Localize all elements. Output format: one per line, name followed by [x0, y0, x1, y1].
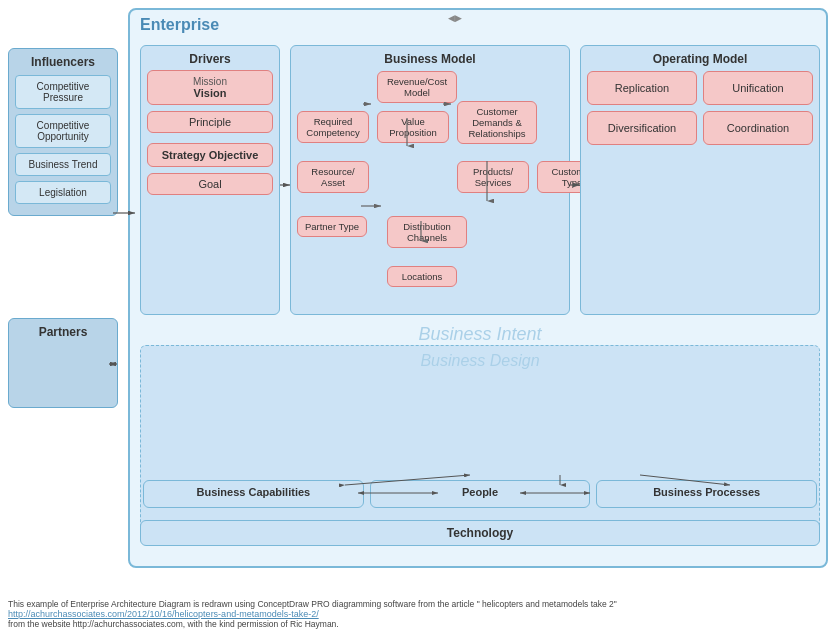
- influencer-competitive-opportunity: Competitive Opportunity: [15, 114, 111, 148]
- goal-box: Goal: [147, 173, 273, 195]
- influencer-competitive-pressure: Competitive Pressure: [15, 75, 111, 109]
- business-model-title: Business Model: [297, 52, 563, 66]
- strategy-box: Strategy Objective: [147, 143, 273, 167]
- main-container: Enterprise Drivers Mission Vision Princi…: [8, 8, 832, 588]
- business-intent-label: Business Intent: [130, 324, 830, 345]
- operating-model-title: Operating Model: [587, 52, 813, 66]
- vision-label: Vision: [153, 87, 267, 99]
- value-proposition-item: Value Proposition: [377, 111, 449, 143]
- mission-label: Mission: [153, 76, 267, 87]
- partners-panel: Partners: [8, 318, 118, 408]
- locations-item: Locations: [387, 266, 457, 287]
- required-competency-item: Required Competency: [297, 111, 369, 143]
- partner-type-item: Partner Type: [297, 216, 367, 237]
- influencers-arrow-svg: [113, 203, 138, 223]
- people-section: People: [370, 480, 591, 508]
- technology-bar: Technology: [140, 520, 820, 546]
- people-title: People: [376, 486, 585, 498]
- strategy-label: Strategy Objective: [153, 149, 267, 161]
- footer-line2: from the website http://achurchassociate…: [8, 619, 617, 629]
- technology-label: Technology: [447, 526, 513, 540]
- operating-model-box: Operating Model Replication Unification …: [580, 45, 820, 315]
- products-services-item: Products/ Services: [457, 161, 529, 193]
- goal-label: Goal: [198, 178, 221, 190]
- diversification-item: Diversification: [587, 111, 697, 145]
- footer-link[interactable]: http://achurchassociates.com/2012/10/16/…: [8, 609, 617, 619]
- enterprise-title: Enterprise: [130, 10, 826, 40]
- business-capabilities-section: Business Capabilities: [143, 480, 364, 508]
- distribution-channels-item: Distribution Channels: [387, 216, 467, 248]
- drivers-box: Drivers Mission Vision Principle Strateg…: [140, 45, 280, 315]
- partners-arrow-svg: [9, 354, 119, 414]
- enterprise-box: Enterprise Drivers Mission Vision Princi…: [128, 8, 828, 568]
- business-model-grid: Revenue/Cost Model Required Competency V…: [297, 71, 563, 291]
- principle-box: Principle: [147, 111, 273, 133]
- processes-title: Business Processes: [602, 486, 811, 498]
- business-design-title: Business Design: [147, 352, 813, 370]
- revenue-cost-item: Revenue/Cost Model: [377, 71, 457, 103]
- partners-title: Partners: [15, 325, 111, 339]
- resource-asset-item: Resource/ Asset: [297, 161, 369, 193]
- principle-label: Principle: [189, 116, 231, 128]
- scroll-indicator: ◀▶: [448, 13, 462, 23]
- business-processes-section: Business Processes: [596, 480, 817, 508]
- unification-item: Unification: [703, 71, 813, 105]
- mission-vision-box: Mission Vision: [147, 70, 273, 105]
- business-design-box: Business Design Governance Architecture …: [140, 345, 820, 540]
- influencer-legislation: Legislation: [15, 181, 111, 204]
- drivers-title: Drivers: [147, 52, 273, 66]
- operating-model-grid: Replication Unification Diversification …: [587, 71, 813, 145]
- influencer-business-trend: Business Trend: [15, 153, 111, 176]
- customer-demands-item: Customer Demands & Relationships: [457, 101, 537, 144]
- bottom-row: Business Capabilities People Business Pr…: [140, 480, 820, 508]
- coordination-item: Coordination: [703, 111, 813, 145]
- influencers-panel: Influencers Competitive Pressure Competi…: [8, 48, 118, 216]
- influencers-title: Influencers: [15, 55, 111, 69]
- capabilities-title: Business Capabilities: [149, 486, 358, 498]
- footer-line1: This example of Enterprise Architecture …: [8, 599, 617, 609]
- footer: This example of Enterprise Architecture …: [8, 599, 617, 629]
- replication-item: Replication: [587, 71, 697, 105]
- business-model-box: Business Model Revenue/Cost Model Requir…: [290, 45, 570, 315]
- footer-link-anchor[interactable]: http://achurchassociates.com/2012/10/16/…: [8, 609, 319, 619]
